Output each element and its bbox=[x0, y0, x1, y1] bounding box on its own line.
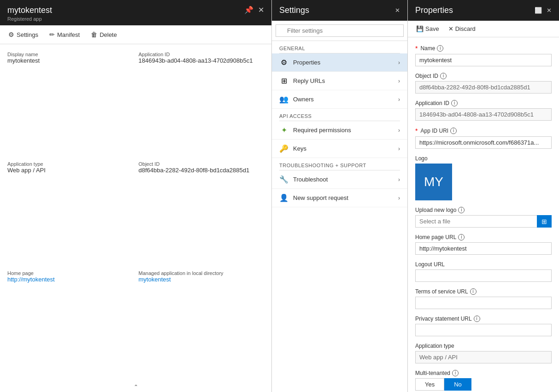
application-id-label: Application ID bbox=[139, 52, 265, 57]
collapse-button[interactable]: ⌃ bbox=[0, 382, 271, 392]
app-panel: mytokentest Registered app 📌 ✕ ⚙ Setting… bbox=[0, 0, 272, 392]
logo-group: Logo MY bbox=[415, 155, 552, 200]
manifest-button[interactable]: ✏ Manifest bbox=[48, 29, 81, 40]
terms-label: Terms of service URL bbox=[415, 288, 468, 295]
settings-item-required-permissions[interactable]: ✦ Required permissions › bbox=[272, 121, 407, 140]
settings-search-input[interactable] bbox=[276, 24, 404, 37]
settings-button[interactable]: ⚙ Settings bbox=[7, 29, 39, 40]
home-page-link[interactable]: http://mytokentest bbox=[7, 276, 55, 283]
application-id-group: Application ID 1846943b-ad04-4808-aa13-4… bbox=[139, 52, 265, 156]
properties-panel: Properties ⬜ ✕ 💾 Save ✕ Discard * Name i… bbox=[408, 0, 559, 392]
privacy-info-icon[interactable]: i bbox=[474, 316, 480, 322]
maximize-icon[interactable]: ⬜ bbox=[535, 7, 542, 14]
privacy-label: Privacy statement URL bbox=[415, 316, 472, 322]
reply-urls-chevron: › bbox=[398, 78, 400, 84]
keys-icon: 🔑 bbox=[279, 144, 288, 153]
upload-logo-label: Upload new logo bbox=[415, 207, 456, 213]
app-type-prop-input bbox=[415, 351, 552, 363]
settings-icon: ⚙ bbox=[8, 31, 14, 38]
settings-search-container bbox=[272, 21, 407, 41]
save-button[interactable]: 💾 Save bbox=[415, 24, 440, 33]
delete-button[interactable]: 🗑 Delete bbox=[90, 29, 118, 40]
required-permissions-chevron: › bbox=[398, 127, 400, 134]
home-page-url-label: Home page URL bbox=[415, 234, 456, 240]
owners-label: Owners bbox=[293, 96, 314, 103]
settings-item-keys[interactable]: 🔑 Keys › bbox=[272, 140, 407, 158]
keys-label: Keys bbox=[293, 145, 306, 152]
properties-content: * Name i Object ID i Application ID i * bbox=[408, 37, 559, 392]
name-info-icon[interactable]: i bbox=[437, 45, 443, 52]
privacy-input[interactable] bbox=[415, 324, 552, 336]
close-app-icon[interactable]: ✕ bbox=[258, 6, 264, 14]
home-page-url-group: Home page URL i bbox=[415, 234, 552, 255]
logout-url-label: Logout URL bbox=[415, 261, 445, 268]
object-id-group: Object ID i bbox=[415, 73, 552, 94]
app-info: Display name mytokentest Application ID … bbox=[0, 44, 271, 382]
properties-icon: ⚙ bbox=[279, 58, 288, 67]
logo-label: Logo bbox=[415, 155, 428, 162]
multi-tenanted-label: Multi-tenanted bbox=[415, 370, 450, 376]
home-page-url-info-icon[interactable]: i bbox=[458, 234, 465, 240]
settings-item-reply-urls[interactable]: ⊞ Reply URLs › bbox=[272, 72, 407, 90]
manifest-icon: ✏ bbox=[49, 31, 55, 38]
delete-label: Delete bbox=[100, 31, 117, 38]
home-page-label: Home page bbox=[7, 270, 133, 276]
multi-tenanted-yes-button[interactable]: Yes bbox=[415, 378, 444, 391]
app-id-uri-required: * bbox=[415, 127, 418, 135]
upload-logo-info-icon[interactable]: i bbox=[458, 207, 465, 213]
terms-info-icon[interactable]: i bbox=[470, 288, 477, 295]
display-name-value: mytokentest bbox=[7, 57, 133, 64]
name-group: * Name i bbox=[415, 45, 552, 66]
terms-input[interactable] bbox=[415, 297, 552, 309]
discard-button[interactable]: ✕ Discard bbox=[447, 24, 477, 33]
properties-label: Properties bbox=[293, 59, 320, 66]
app-type-prop-group: Application type bbox=[415, 343, 552, 363]
logo-text: MY bbox=[424, 175, 443, 189]
object-id-label: Object ID bbox=[139, 161, 265, 167]
app-id-input bbox=[415, 108, 552, 121]
pin-icon[interactable]: 📌 bbox=[244, 6, 253, 14]
logout-url-input[interactable] bbox=[415, 269, 552, 282]
file-browse-button[interactable]: ⊞ bbox=[537, 215, 552, 228]
general-section-label: GENERAL bbox=[272, 41, 407, 53]
settings-header: Settings ✕ bbox=[272, 0, 407, 21]
app-id-info-icon[interactable]: i bbox=[451, 100, 458, 106]
app-id-uri-group: * App ID URI i bbox=[415, 127, 552, 149]
owners-chevron: › bbox=[398, 96, 400, 103]
app-id-group: Application ID i bbox=[415, 100, 552, 121]
delete-icon: 🗑 bbox=[91, 31, 97, 38]
home-page-url-input[interactable] bbox=[415, 242, 552, 255]
properties-chevron: › bbox=[398, 59, 400, 66]
app-type-group: Application type Web app / API bbox=[7, 161, 133, 265]
settings-item-new-support[interactable]: 👤 New support request › bbox=[272, 189, 407, 207]
new-support-label: New support request bbox=[293, 194, 348, 201]
app-toolbar: ⚙ Settings ✏ Manifest 🗑 Delete bbox=[0, 25, 271, 44]
owners-icon: 👥 bbox=[279, 95, 288, 104]
settings-label: Settings bbox=[17, 31, 38, 38]
settings-title: Settings bbox=[279, 6, 309, 15]
name-input[interactable] bbox=[415, 54, 552, 66]
app-id-uri-input[interactable] bbox=[415, 136, 552, 149]
object-id-prop-label: Object ID bbox=[415, 73, 438, 79]
settings-item-properties[interactable]: ⚙ Properties › bbox=[272, 53, 407, 72]
app-id-uri-info-icon[interactable]: i bbox=[450, 128, 457, 134]
app-id-prop-label: Application ID bbox=[415, 100, 449, 106]
display-name-group: Display name mytokentest bbox=[7, 52, 133, 156]
managed-app-link[interactable]: mytokentest bbox=[139, 276, 171, 283]
multi-tenanted-info-icon[interactable]: i bbox=[452, 370, 459, 376]
object-id-input bbox=[415, 81, 552, 94]
app-type-prop-label: Application type bbox=[415, 343, 454, 349]
app-title: mytokentest bbox=[7, 6, 52, 15]
object-id-info-icon[interactable]: i bbox=[440, 73, 447, 79]
file-select-input[interactable] bbox=[415, 215, 537, 228]
file-input-row: ⊞ bbox=[415, 215, 552, 228]
new-support-chevron: › bbox=[398, 195, 400, 201]
object-id-group: Object ID d8f64bba-2282-492d-80f8-bd1cda… bbox=[139, 161, 265, 265]
close-settings-icon[interactable]: ✕ bbox=[395, 7, 400, 14]
settings-item-troubleshoot[interactable]: 🔧 Troubleshoot › bbox=[272, 170, 407, 189]
settings-item-owners[interactable]: 👥 Owners › bbox=[272, 90, 407, 109]
close-properties-icon[interactable]: ✕ bbox=[547, 7, 552, 14]
multi-tenanted-no-button[interactable]: No bbox=[444, 378, 471, 391]
reply-urls-icon: ⊞ bbox=[279, 76, 288, 85]
application-id-value: 1846943b-ad04-4808-aa13-4702d908b5c1 bbox=[139, 57, 265, 64]
